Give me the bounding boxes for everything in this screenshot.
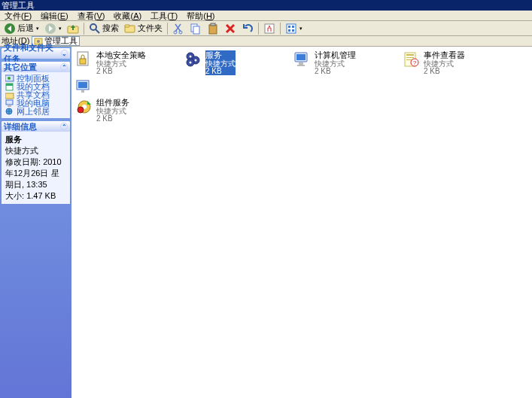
menu-view[interactable]: 查看(V) xyxy=(73,11,110,21)
svg-rect-11 xyxy=(209,25,217,34)
file-item-event-viewer[interactable]: ? 事件查看器 快捷方式 2 KB xyxy=(402,50,511,76)
forward-icon xyxy=(44,23,56,35)
computer-management-icon xyxy=(293,50,312,68)
file-item-partial[interactable] xyxy=(74,77,97,96)
back-icon xyxy=(4,23,16,35)
cut-button[interactable] xyxy=(170,22,187,35)
svg-rect-15 xyxy=(287,24,296,33)
svg-point-35 xyxy=(190,56,192,58)
sidebar: 文件和文件夹任务 ⌄ 其它位置 ⌃ 控制面板 我的文档 共 xyxy=(0,47,71,398)
svg-rect-31 xyxy=(80,59,86,64)
sidebar-item-network-places[interactable]: 网上邻居 xyxy=(5,108,66,116)
svg-rect-40 xyxy=(299,62,303,65)
menu-fav[interactable]: 收藏(A) xyxy=(109,11,146,21)
forward-button[interactable]: ▾ xyxy=(42,22,64,35)
places-panel-header[interactable]: 其它位置 ⌃ xyxy=(2,62,70,72)
menu-help[interactable]: 帮助(H) xyxy=(182,11,219,21)
window-title: 管理工具 xyxy=(2,1,35,10)
file-item-local-security-policy[interactable]: 本地安全策略 快捷方式 2 KB xyxy=(74,50,184,76)
properties-button[interactable] xyxy=(261,22,278,35)
svg-line-4 xyxy=(96,29,99,33)
toolbar-separator xyxy=(258,23,259,35)
file-item-computer-management[interactable]: 计算机管理 快捷方式 2 KB xyxy=(293,50,402,76)
menu-edit[interactable]: 编辑(E) xyxy=(36,11,73,21)
shared-documents-icon xyxy=(5,91,14,99)
cut-icon xyxy=(172,23,184,35)
svg-rect-27 xyxy=(6,100,13,105)
toolbar-separator xyxy=(84,23,84,35)
file-size: 2 KB xyxy=(96,115,129,123)
folder-up-icon xyxy=(67,23,79,35)
svg-rect-26 xyxy=(5,93,14,99)
chevron-down-icon[interactable]: ⌄ xyxy=(61,50,68,57)
svg-rect-18 xyxy=(288,29,290,32)
back-dropdown-icon[interactable]: ▾ xyxy=(36,26,39,32)
svg-rect-39 xyxy=(296,54,306,60)
file-size: 2 KB xyxy=(205,68,236,75)
svg-rect-41 xyxy=(297,65,305,66)
undo-button[interactable] xyxy=(239,22,256,35)
local-security-policy-icon xyxy=(75,50,93,68)
menubar: 文件(F) 编辑(E) 查看(V) 收藏(A) 工具(T) 帮助(H) xyxy=(0,11,532,21)
menu-tools[interactable]: 工具(T) xyxy=(146,11,182,21)
toolbar-separator xyxy=(167,23,168,35)
svg-rect-19 xyxy=(292,29,294,32)
svg-rect-10 xyxy=(193,26,199,34)
my-documents-icon xyxy=(5,83,14,91)
event-viewer-icon: ? xyxy=(403,50,421,68)
forward-dropdown-icon[interactable]: ▾ xyxy=(59,26,62,32)
svg-rect-43 xyxy=(406,54,414,56)
file-item-component-services[interactable]: 组件服务 快捷方式 2 KB xyxy=(74,97,184,123)
control-panel-icon xyxy=(5,74,14,83)
svg-rect-17 xyxy=(292,26,294,28)
properties-icon xyxy=(263,23,275,35)
details-name: 服务 xyxy=(5,134,66,145)
chevron-up-icon[interactable]: ⌃ xyxy=(60,123,68,130)
titlebar: 管理工具 xyxy=(0,0,532,11)
file-item-services[interactable]: 服务 快捷方式 2 KB xyxy=(184,50,293,76)
file-size: 2 KB xyxy=(424,68,465,75)
svg-rect-44 xyxy=(406,57,414,58)
up-button[interactable] xyxy=(65,22,81,35)
search-button[interactable]: 搜索 xyxy=(87,22,121,35)
menu-file[interactable]: 文件(F) xyxy=(0,11,36,21)
svg-rect-50 xyxy=(81,90,84,93)
svg-point-14 xyxy=(269,26,270,27)
views-icon xyxy=(285,23,297,35)
toolbar-separator xyxy=(280,23,281,35)
search-icon xyxy=(89,23,101,35)
svg-rect-28 xyxy=(8,105,11,107)
details-modified: 修改日期: 2010年12月26日 星期日, 13:35 xyxy=(5,156,66,190)
svg-point-53 xyxy=(78,107,84,113)
file-size: 2 KB xyxy=(96,68,146,75)
copy-button[interactable] xyxy=(187,22,204,35)
svg-rect-6 xyxy=(125,25,129,27)
views-button[interactable]: ▾ xyxy=(283,22,305,35)
svg-text:?: ? xyxy=(413,59,417,66)
svg-rect-16 xyxy=(288,26,290,28)
svg-rect-13 xyxy=(265,24,274,33)
component-services-icon xyxy=(75,98,93,116)
details-panel-header[interactable]: 详细信息 ⌃ xyxy=(2,121,70,132)
details-size: 大小: 1.47 KB xyxy=(5,190,66,202)
places-panel: 其它位置 ⌃ 控制面板 我的文档 共享文档 我的电脑 xyxy=(2,62,70,118)
details-panel: 详细信息 ⌃ 服务 快捷方式 修改日期: 2010年12月26日 星期日, 13… xyxy=(2,121,70,204)
delete-button[interactable] xyxy=(222,22,239,35)
svg-rect-25 xyxy=(6,84,13,86)
file-size: 2 KB xyxy=(315,68,356,75)
file-list[interactable]: 本地安全策略 快捷方式 2 KB 服务 快捷方式 2 KB 计算机管理 快捷方式 xyxy=(71,47,532,398)
back-button[interactable]: 后退 ▾ xyxy=(2,22,41,35)
paste-button[interactable] xyxy=(205,22,221,35)
copy-icon xyxy=(190,23,202,35)
network-places-icon xyxy=(5,108,14,116)
folders-button[interactable]: 文件夹 xyxy=(122,22,165,35)
svg-point-36 xyxy=(195,59,197,62)
svg-point-37 xyxy=(190,62,192,64)
my-computer-icon xyxy=(5,99,14,108)
views-dropdown-icon[interactable]: ▾ xyxy=(299,26,302,32)
tasks-panel-header[interactable]: 文件和文件夹任务 ⌄ xyxy=(2,48,70,59)
toolbar: 后退 ▾ ▾ 搜索 文件夹 ▾ xyxy=(0,21,532,36)
sidebar-item-label: 网上邻居 xyxy=(17,106,50,117)
chevron-up-icon[interactable]: ⌃ xyxy=(60,63,68,71)
svg-point-23 xyxy=(8,77,11,80)
